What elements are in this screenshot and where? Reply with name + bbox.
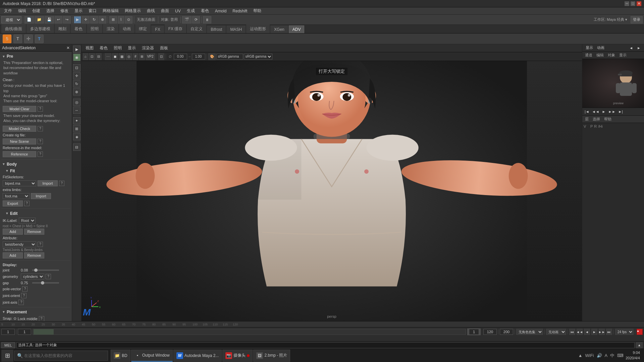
joint-slider[interactable] — [32, 269, 59, 271]
menu-modify[interactable]: 修改 — [58, 7, 71, 14]
fit-import-help-btn[interactable]: ? — [59, 181, 64, 186]
reference-help-btn[interactable]: ? — [38, 152, 43, 157]
draw-mode-dropdown[interactable]: 无动画 — [546, 329, 566, 335]
tab-rig[interactable]: 绑定 — [135, 24, 151, 33]
start-button[interactable]: ⊞ — [1, 350, 13, 362]
wireframe-toggle-btn[interactable]: ⋯ — [105, 53, 111, 60]
tab-xgen[interactable]: XGen — [270, 25, 288, 33]
status-expand-btn[interactable]: ▲ — [636, 342, 643, 348]
play-backward-btn[interactable]: ◄ — [584, 329, 590, 335]
tab-fx-cache[interactable]: FX 缓存 — [165, 24, 186, 33]
range-end-input[interactable]: 120 — [483, 329, 497, 335]
select-mode-btn[interactable]: ▶ — [73, 46, 80, 53]
scale-btn[interactable]: ⊕ — [73, 88, 80, 96]
tab-mash[interactable]: MASH — [226, 25, 246, 33]
ik-remove-button[interactable]: Remove — [24, 229, 44, 235]
tray-network-icon[interactable]: ▲ — [578, 352, 583, 359]
renderer-menu[interactable]: 渲染器 — [139, 45, 157, 52]
rotate-btn[interactable]: ↻ — [73, 80, 80, 87]
undo-btn[interactable]: ↩ — [55, 16, 62, 23]
menu-arnold[interactable]: Arnold — [212, 8, 229, 14]
gamma-input[interactable]: sRGB gamma — [216, 54, 243, 60]
adv-icon-t2[interactable]: T — [35, 35, 44, 43]
menu-select[interactable]: 选择 — [44, 7, 57, 14]
scale-tool-btn[interactable]: ⊕ — [99, 16, 106, 23]
minimize-button[interactable]: ─ — [625, 1, 629, 6]
menu-display[interactable]: 显示 — [72, 7, 85, 14]
taskbar-app-output[interactable]: ▪ Output Window — [131, 350, 173, 362]
vp2-btn[interactable]: VP2 — [146, 53, 155, 60]
menu-mesh-edit[interactable]: 网格编辑 — [100, 7, 121, 14]
attr-remove-button[interactable]: Remove — [24, 252, 44, 258]
ik-add-button[interactable]: Add — [3, 229, 23, 235]
adv-icon-cross[interactable]: ☩ — [24, 35, 33, 43]
section-body-header[interactable]: ▼ Body — [1, 161, 70, 168]
search-bar[interactable]: 🔍 — [14, 351, 108, 361]
adv-icon-5[interactable]: 5 — [3, 35, 11, 43]
gamma-icon-btn[interactable]: 🎨 — [208, 53, 216, 60]
fps-dropdown[interactable]: 24 fps — [615, 329, 634, 335]
taskbar-app-photo[interactable]: 🖼 2.bmp - 照片 — [253, 350, 290, 362]
mirror-btn[interactable]: ↔ — [73, 107, 80, 114]
menu-curves[interactable]: 曲线 — [144, 7, 158, 14]
attr-help-btn[interactable]: ? — [38, 242, 43, 247]
tab-animation[interactable]: 动画 — [119, 24, 135, 33]
adv-icon-t1[interactable]: T — [13, 35, 22, 43]
rp-animation-btn[interactable]: 动画 — [596, 45, 606, 50]
shade-menu[interactable]: 着色 — [97, 45, 110, 52]
extra-import-button[interactable]: Import — [31, 193, 51, 199]
display-attr-tab[interactable]: 显示 — [618, 52, 628, 58]
maximize-button[interactable]: □ — [631, 1, 635, 6]
channel-tab[interactable]: 通道 — [584, 52, 594, 58]
section-fit-header[interactable]: ▼ Fit — [1, 168, 70, 174]
prev-key-btn[interactable]: ◄◄ — [577, 329, 583, 335]
tab-curves-surfaces[interactable]: 曲线/曲面 — [1, 24, 26, 33]
section-placement-header[interactable]: ▼ Placement — [1, 309, 70, 315]
zoom-input[interactable]: 0.00 — [174, 54, 187, 60]
ik-dropdown[interactable]: Root — [19, 218, 36, 224]
rp-display-btn[interactable]: 显示 — [584, 45, 594, 50]
menu-surface[interactable]: 曲面 — [158, 7, 172, 14]
snap-grid-btn[interactable]: ⊞ — [109, 16, 117, 23]
menu-file[interactable]: 文件 — [1, 7, 15, 14]
select-tab[interactable]: 选择 — [591, 116, 601, 122]
tab-lighting[interactable]: 照明 — [87, 24, 102, 33]
grid-btn[interactable]: ⊟ — [73, 143, 80, 151]
export-help-btn[interactable]: ? — [24, 201, 30, 206]
show-menu[interactable]: 显示 — [125, 45, 139, 52]
section-edit-header[interactable]: ▼ Edit — [1, 210, 70, 217]
snap-point-btn[interactable]: ⊙ — [125, 16, 132, 23]
lock-middle-help-btn[interactable]: ? — [39, 316, 44, 321]
new-scene-help-btn[interactable]: ? — [38, 139, 43, 144]
tray-input-icon[interactable]: 中 — [609, 352, 615, 359]
joint-orient-help-btn[interactable]: ? — [21, 293, 26, 298]
redo-btn[interactable]: ↪ — [63, 16, 71, 23]
tray-ime-icon[interactable]: A — [604, 352, 608, 359]
lasso-select-btn[interactable]: ⊡ — [73, 64, 80, 71]
next-key-btn[interactable]: ►► — [599, 329, 605, 335]
move-tool-btn[interactable]: ✛ — [82, 16, 90, 23]
taskbar-app-camera[interactable]: 📷 摄像头 — [222, 350, 253, 362]
geometry-dropdown[interactable]: cylinders — [21, 274, 44, 280]
close-button[interactable]: ✕ — [637, 1, 641, 6]
rpc-play-btn[interactable]: ► — [601, 110, 607, 114]
mel-input[interactable]: 选择工具: 选择一个对象 — [16, 342, 635, 348]
taskbar-app-maya[interactable]: M Autodesk Maya 2... — [173, 350, 222, 362]
model-check-button[interactable]: Model Check — [3, 126, 36, 132]
new-scene-button[interactable]: New Scene — [3, 138, 36, 144]
tab-render[interactable]: 渲染 — [103, 24, 118, 33]
export-button[interactable]: Export — [3, 200, 23, 206]
range-end-input1[interactable] — [469, 329, 479, 335]
panel-menu[interactable]: 面板 — [157, 45, 171, 52]
menu-generate[interactable]: 生成 — [184, 7, 198, 14]
save-file-btn[interactable]: 💾 — [45, 16, 54, 23]
menu-uv[interactable]: UV — [172, 8, 183, 14]
ambient-occ-btn[interactable]: ◎ — [126, 53, 132, 60]
layer-tab[interactable]: 层 — [584, 116, 590, 122]
menu-mesh-display[interactable]: 网格显示 — [122, 7, 144, 14]
edit-attr-tab[interactable]: 编辑 — [595, 52, 605, 58]
view-menu[interactable]: 视图 — [83, 45, 96, 52]
resolution-gate-btn[interactable]: ⊡ — [158, 53, 164, 60]
wireframe-btn[interactable]: ⊞ — [73, 125, 80, 132]
viewport-canvas[interactable]: 打开大写锁定 X Y Z persp M — [82, 61, 582, 321]
